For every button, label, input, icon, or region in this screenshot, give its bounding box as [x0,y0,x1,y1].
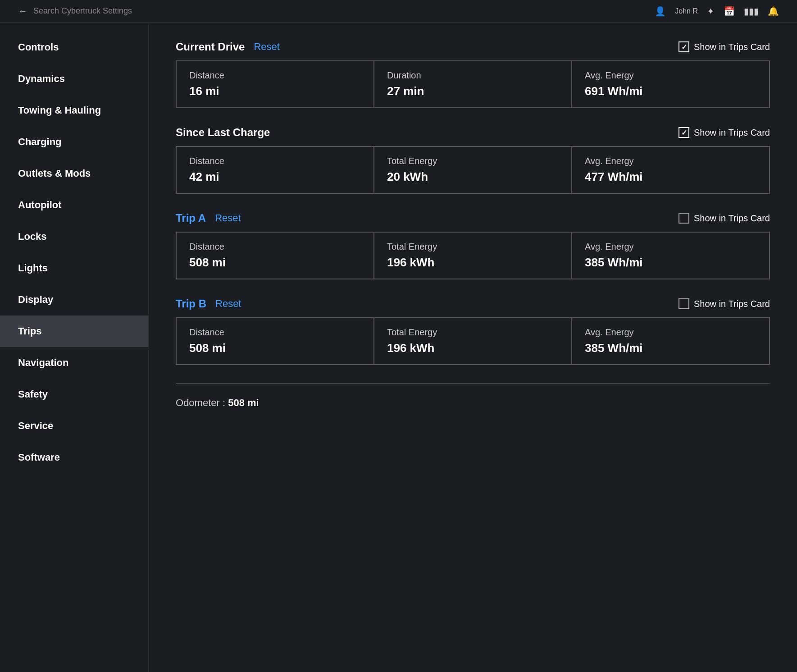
trip-b-avgenergy-label: Avg. Energy [585,327,756,338]
since-last-charge-totalenergy-value: 20 kWh [387,170,559,184]
current-drive-distance-label: Distance [189,70,361,81]
trip-a-checkbox[interactable] [679,213,689,224]
since-last-charge-header: Since Last Charge Show in Trips Card [176,126,770,139]
current-drive-header: Current Drive Reset Show in Trips Card [176,41,770,53]
trip-b-totalenergy-label: Total Energy [387,327,559,338]
calendar-icon: 📅 [724,6,735,17]
sidebar-item-autopilot[interactable]: Autopilot [0,189,148,221]
trip-a-distance-value: 508 mi [189,256,361,270]
trip-a-avgenergy-value: 385 Wh/mi [585,256,756,270]
since-last-charge-title-area: Since Last Charge [176,126,270,139]
since-last-charge-show-in-trips[interactable]: Show in Trips Card [679,127,770,138]
current-drive-duration-cell: Duration 27 min [374,61,572,108]
user-name: John R [675,7,698,15]
current-drive-duration-label: Duration [387,70,559,81]
trip-a-grid: Distance 508 mi Total Energy 196 kWh Avg… [176,232,770,279]
since-last-charge-avgenergy-label: Avg. Energy [585,156,756,166]
since-last-charge-totalenergy-label: Total Energy [387,156,559,166]
user-avatar-icon: 👤 [655,6,666,17]
current-drive-title: Current Drive [176,41,245,53]
current-drive-distance-cell: Distance 16 mi [176,61,374,108]
odometer-label: Odometer : [176,397,225,408]
trip-b-distance-label: Distance [189,327,361,338]
since-last-charge-distance-label: Distance [189,156,361,166]
sidebar-item-safety[interactable]: Safety [0,379,148,410]
signal-icon: ▮▮▮ [744,6,759,17]
trip-a-distance-cell: Distance 508 mi [176,232,374,279]
sidebar-item-controls[interactable]: Controls [0,32,148,63]
sidebar-item-navigation[interactable]: Navigation [0,347,148,379]
current-drive-reset-button[interactable]: Reset [254,41,279,53]
trip-a-avgenergy-label: Avg. Energy [585,242,756,252]
current-drive-title-area: Current Drive Reset [176,41,280,53]
trip-a-totalenergy-value: 196 kWh [387,256,559,270]
main-layout: Controls Dynamics Towing & Hauling Charg… [0,23,797,672]
sidebar-item-trips[interactable]: Trips [0,315,148,347]
current-drive-avgenergy-label: Avg. Energy [585,70,756,81]
sidebar-item-charging[interactable]: Charging [0,126,148,158]
current-drive-avgenergy-cell: Avg. Energy 691 Wh/mi [572,61,770,108]
section-divider [176,383,770,384]
current-drive-duration-value: 27 min [387,84,559,98]
trip-b-grid: Distance 508 mi Total Energy 196 kWh Avg… [176,317,770,365]
odometer-value: 508 mi [228,397,259,408]
sidebar-item-dynamics[interactable]: Dynamics [0,63,148,95]
back-icon[interactable]: ← [18,5,28,17]
trip-b-header: Trip B Reset Show in Trips Card [176,297,770,310]
since-last-charge-avgenergy-cell: Avg. Energy 477 Wh/mi [572,146,770,193]
trip-b-totalenergy-cell: Total Energy 196 kWh [374,318,572,365]
since-last-charge-avgenergy-value: 477 Wh/mi [585,170,756,184]
top-bar: ← Search Cybertruck Settings 👤 John R ✦ … [0,0,797,23]
trip-a-title-area: Trip A Reset [176,212,241,224]
trip-a-avgenergy-cell: Avg. Energy 385 Wh/mi [572,232,770,279]
top-bar-left: ← Search Cybertruck Settings [18,5,132,17]
trip-a-section: Trip A Reset Show in Trips Card Distance… [176,212,770,279]
trip-a-reset-button[interactable]: Reset [215,212,241,224]
since-last-charge-distance-cell: Distance 42 mi [176,146,374,193]
sidebar-item-locks[interactable]: Locks [0,221,148,252]
trip-b-distance-cell: Distance 508 mi [176,318,374,365]
top-bar-right: 👤 John R ✦ 📅 ▮▮▮ 🔔 [655,6,779,17]
sidebar-item-display[interactable]: Display [0,284,148,315]
trip-b-checkbox[interactable] [679,298,689,309]
trip-b-avgenergy-value: 385 Wh/mi [585,341,756,355]
sidebar: Controls Dynamics Towing & Hauling Charg… [0,23,149,672]
sidebar-item-outlets[interactable]: Outlets & Mods [0,158,148,189]
sidebar-item-software[interactable]: Software [0,442,148,473]
trip-b-reset-button[interactable]: Reset [215,298,241,310]
sidebar-item-towing[interactable]: Towing & Hauling [0,95,148,126]
sidebar-item-lights[interactable]: Lights [0,252,148,284]
current-drive-show-in-trips[interactable]: Show in Trips Card [679,41,770,52]
bell-icon: 🔔 [768,6,779,17]
current-drive-checkbox[interactable] [679,41,689,52]
trip-a-distance-label: Distance [189,242,361,252]
current-drive-distance-value: 16 mi [189,84,361,98]
current-drive-show-label: Show in Trips Card [694,42,770,52]
trip-a-totalenergy-cell: Total Energy 196 kWh [374,232,572,279]
trip-a-show-in-trips[interactable]: Show in Trips Card [679,213,770,224]
since-last-charge-distance-value: 42 mi [189,170,361,184]
trip-b-show-in-trips[interactable]: Show in Trips Card [679,298,770,309]
trip-a-header: Trip A Reset Show in Trips Card [176,212,770,224]
trip-b-avgenergy-cell: Avg. Energy 385 Wh/mi [572,318,770,365]
trip-a-show-label: Show in Trips Card [694,213,770,224]
odometer-row: Odometer : 508 mi [176,397,770,409]
current-drive-avgenergy-value: 691 Wh/mi [585,84,756,98]
search-bar[interactable]: Search Cybertruck Settings [33,6,132,16]
since-last-charge-checkbox[interactable] [679,127,689,138]
trip-a-title: Trip A [176,212,206,224]
since-last-charge-show-label: Show in Trips Card [694,128,770,138]
since-last-charge-grid: Distance 42 mi Total Energy 20 kWh Avg. … [176,146,770,194]
trip-a-totalenergy-label: Total Energy [387,242,559,252]
sidebar-item-service[interactable]: Service [0,410,148,442]
bluetooth-icon: ✦ [707,6,715,17]
since-last-charge-section: Since Last Charge Show in Trips Card Dis… [176,126,770,194]
since-last-charge-totalenergy-cell: Total Energy 20 kWh [374,146,572,193]
current-drive-grid: Distance 16 mi Duration 27 min Avg. Ener… [176,60,770,108]
trip-b-section: Trip B Reset Show in Trips Card Distance… [176,297,770,365]
trip-b-distance-value: 508 mi [189,341,361,355]
trip-b-title-area: Trip B Reset [176,297,241,310]
trip-b-totalenergy-value: 196 kWh [387,341,559,355]
since-last-charge-title: Since Last Charge [176,126,270,139]
content-area: Current Drive Reset Show in Trips Card D… [149,23,797,672]
